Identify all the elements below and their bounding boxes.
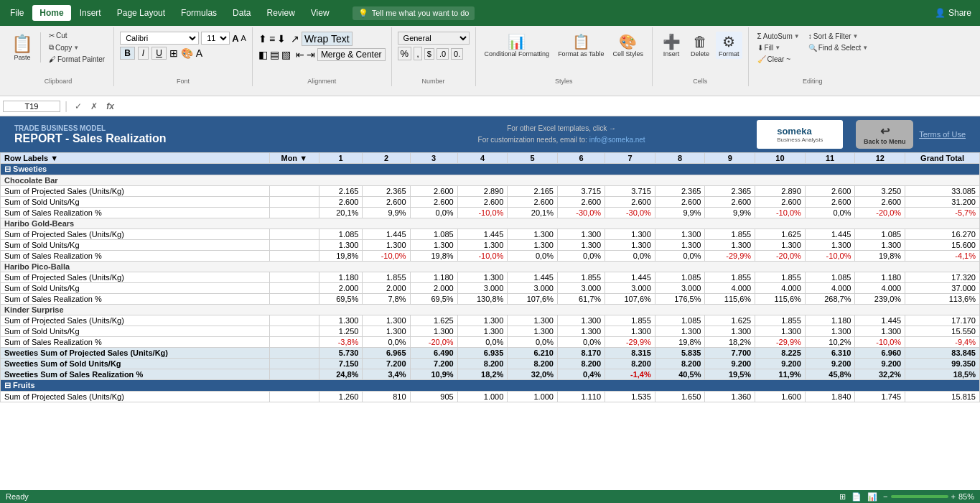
cell-10-11[interactable]: 1.180 [855,272,905,283]
cell-4-5[interactable]: -30,0% [557,208,605,218]
cell-6-9[interactable]: 1.625 [755,229,806,240]
cell-21-9[interactable]: 1.600 [755,392,806,402]
font-size-select[interactable]: 11 [201,32,230,45]
cell-2-6[interactable]: 3.715 [605,186,655,197]
comma-button[interactable]: , [414,47,422,60]
cell-6-12[interactable]: 16.270 [905,229,980,240]
cell-8-6[interactable]: 0,0% [605,251,655,262]
cell-3-3[interactable]: 2.600 [457,197,508,208]
cell-12-10[interactable]: 268,7% [805,294,855,305]
cell-4-10[interactable]: 0,0% [805,208,855,218]
cell-14-4[interactable]: 1.300 [508,315,558,326]
cell-18-7[interactable]: 8.200 [655,359,705,369]
formula-input[interactable] [120,101,977,111]
cell-8-4[interactable]: 0,0% [508,251,558,262]
number-format-select[interactable]: General [398,32,470,45]
align-center-button[interactable]: ▤ [270,49,279,60]
autosum-button[interactable]: Σ AutoSum ▼ [755,32,803,41]
cell-8-5[interactable]: 0,0% [557,251,605,262]
format-button[interactable]: ⚙ Format [716,32,742,59]
cell-3-11[interactable]: 2.600 [855,197,905,208]
cell-16-10[interactable]: 10,2% [805,337,855,348]
cell-15-7[interactable]: 1.300 [655,326,705,337]
cell-3-9[interactable]: 2.600 [755,197,806,208]
cell-12-2[interactable]: 69,5% [410,294,457,305]
cell-10-6[interactable]: 1.445 [605,272,655,283]
cell-8-8[interactable]: -29,9% [705,251,755,262]
menu-page-layout[interactable]: Page Layout [110,5,172,21]
cell-14-7[interactable]: 1.085 [655,315,705,326]
back-to-menu-button[interactable]: ↩ Back to Menu [856,120,913,149]
cell-7-9[interactable]: 1.300 [755,240,806,251]
cell-6-1[interactable]: 1.445 [363,229,410,240]
cell-12-12[interactable]: 113,6% [905,294,980,305]
cell-12-7[interactable]: 176,5% [655,294,705,305]
menu-review[interactable]: Review [259,5,302,21]
decrease-indent-button[interactable]: ⇤ [296,49,304,60]
cell-16-7[interactable]: 19,8% [655,337,705,348]
fill-color-button[interactable]: 🎨 [181,47,193,59]
cell-11-0[interactable]: 2.000 [319,283,363,294]
cell-2-11[interactable]: 3.250 [855,186,905,197]
cell-11-1[interactable]: 2.000 [363,283,410,294]
align-top-button[interactable]: ⬆ [258,33,267,45]
cell-8-0[interactable]: 19,8% [319,251,363,262]
cell-10-8[interactable]: 1.855 [705,272,755,283]
cell-2-9[interactable]: 2.890 [755,186,806,197]
menu-home[interactable]: Home [32,5,70,21]
menu-formulas[interactable]: Formulas [174,5,224,21]
cell-14-11[interactable]: 1.445 [855,315,905,326]
menu-file[interactable]: File [3,5,31,21]
decrease-font-button[interactable]: A [241,34,246,42]
cell-4-3[interactable]: -10,0% [457,208,508,218]
cell-11-5[interactable]: 3.000 [557,283,605,294]
cell-3-1[interactable]: 2.600 [363,197,410,208]
cell-18-9[interactable]: 9.200 [755,359,806,369]
cell-12-9[interactable]: 115,6% [755,294,806,305]
cell-14-2[interactable]: 1.625 [410,315,457,326]
cell-19-3[interactable]: 18,2% [457,369,508,380]
cell-17-10[interactable]: 6.310 [805,348,855,359]
cell-11-7[interactable]: 3.000 [655,283,705,294]
cell-4-0[interactable]: 20,1% [319,208,363,218]
cell-18-12[interactable]: 99.350 [905,359,980,369]
bold-button[interactable]: B [120,47,135,60]
cell-8-7[interactable]: 0,0% [655,251,705,262]
zoom-in-button[interactable]: + [951,492,956,501]
cell-2-5[interactable]: 3.715 [557,186,605,197]
cell-10-12[interactable]: 17.320 [905,272,980,283]
cell-16-9[interactable]: -29,9% [755,337,806,348]
cell-6-2[interactable]: 1.085 [410,229,457,240]
cell-14-9[interactable]: 1.855 [755,315,806,326]
copy-button[interactable]: ⧉ Copy ▼ [46,42,108,52]
cell-6-3[interactable]: 1.445 [457,229,508,240]
cell-14-0[interactable]: 1.300 [319,315,363,326]
cell-17-4[interactable]: 6.210 [508,348,558,359]
cell-11-10[interactable]: 4.000 [805,283,855,294]
cell-6-5[interactable]: 1.300 [557,229,605,240]
cell-21-10[interactable]: 1.840 [805,392,855,402]
cell-11-4[interactable]: 3.000 [508,283,558,294]
align-left-button[interactable]: ◧ [258,49,268,60]
cell-10-10[interactable]: 1.085 [805,272,855,283]
cell-3-5[interactable]: 2.600 [557,197,605,208]
cell-7-6[interactable]: 1.300 [605,240,655,251]
cell-19-9[interactable]: 11,9% [755,369,806,380]
cell-2-2[interactable]: 2.600 [410,186,457,197]
cell-18-5[interactable]: 8.200 [557,359,605,369]
cell-15-5[interactable]: 1.300 [557,326,605,337]
cell-8-12[interactable]: -4,1% [905,251,980,262]
cell-7-7[interactable]: 1.300 [655,240,705,251]
cell-21-8[interactable]: 1.360 [705,392,755,402]
cell-19-11[interactable]: 32,2% [855,369,905,380]
cell-17-8[interactable]: 7.700 [705,348,755,359]
cell-3-12[interactable]: 31.200 [905,197,980,208]
check-button[interactable]: ✓ [75,101,82,111]
cell-10-7[interactable]: 1.085 [655,272,705,283]
underline-button[interactable]: U [151,47,167,60]
cell-11-12[interactable]: 37.000 [905,283,980,294]
cell-17-9[interactable]: 8.225 [755,348,806,359]
cell-10-2[interactable]: 1.180 [410,272,457,283]
cell-15-11[interactable]: 1.300 [855,326,905,337]
font-name-select[interactable]: Calibri [120,32,199,45]
